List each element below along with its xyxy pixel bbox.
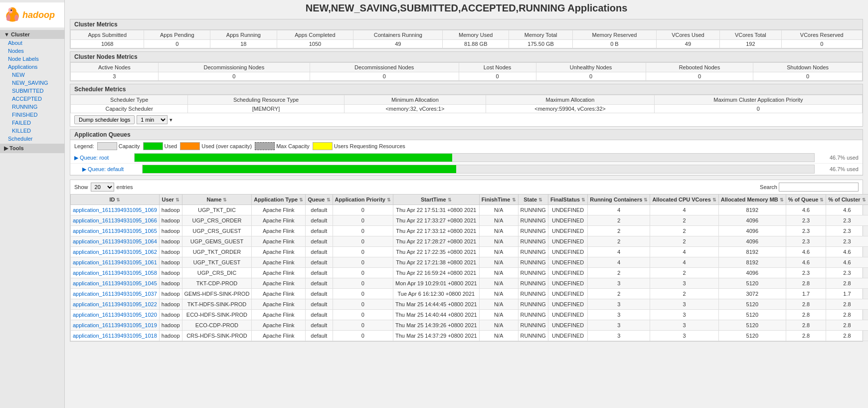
app-id-link[interactable]: application_1611394931095_1064 (73, 238, 157, 244)
th-finish-time[interactable]: FinishTime ⇅ (479, 195, 518, 205)
app-id-link[interactable]: application_1611394931095_1065 (73, 228, 157, 234)
app-id-link[interactable]: application_1611394931095_1058 (73, 270, 157, 276)
cell-running-containers: 3 (588, 278, 650, 289)
th-pct-cluster[interactable]: % of Cluster ⇅ (826, 195, 868, 205)
th-priority[interactable]: Application Priority ⇅ (333, 195, 393, 205)
queue-default-fill (143, 165, 456, 173)
cell-cpu-vcores: 2 (650, 226, 718, 236)
cluster-metrics-title: Cluster Metrics (70, 19, 863, 30)
th-running-containers[interactable]: Running Containers ⇅ (588, 195, 650, 205)
th-user[interactable]: User ⇅ (159, 195, 182, 205)
cell-finish-time: N/A (479, 331, 518, 341)
cell-pct-queue: 1.7 (786, 289, 826, 299)
cell-pct-cluster: 2.8 (826, 331, 868, 341)
col-decommissioned-nodes: Decommissioned Nodes (310, 63, 459, 72)
th-memory-mb[interactable]: Allocated Memory MB ⇅ (718, 195, 786, 205)
col-max-allocation: Maximum Allocation (486, 95, 655, 105)
sidebar-item-killed[interactable]: KILLED (0, 127, 64, 135)
cell-app-type: Apache Flink (252, 257, 306, 268)
legend-used-label: Used (165, 143, 177, 149)
sidebar-item-accepted[interactable]: ACCEPTED (0, 95, 64, 103)
app-id-link[interactable]: application_1611394931095_1022 (73, 301, 157, 307)
dump-logs-interval-select[interactable]: 1 min 5 min 10 min (137, 115, 168, 124)
cell-memory-mb: 5120 (718, 310, 786, 320)
cell-start-time: Thu Apr 22 17:33:27 +0800 2021 (393, 215, 480, 226)
cell-memory-mb: 4096 (718, 268, 786, 278)
show-entries-select[interactable]: 10 20 50 100 (91, 183, 114, 192)
cell-queue: default (306, 331, 333, 341)
app-id-link[interactable]: application_1611394931095_1061 (73, 259, 157, 265)
tools-section-header[interactable]: ▶ Tools (0, 144, 64, 153)
app-id-link[interactable]: application_1611394931095_1066 (73, 217, 157, 223)
tools-section: ▶ Tools (0, 144, 64, 153)
cell-start-time: Thu Apr 22 17:51:31 +0800 2021 (393, 205, 480, 215)
cluster-metrics-section: Cluster Metrics Apps Submitted Apps Pend… (70, 19, 863, 49)
app-id-link[interactable]: application_1611394931095_1018 (73, 333, 157, 339)
cell-start-time: Mon Apr 19 10:29:01 +0800 2021 (393, 278, 480, 289)
cell-priority: 0 (333, 226, 393, 236)
search-input[interactable] (779, 183, 859, 192)
cell-memory-mb: 5120 (718, 320, 786, 331)
th-cpu-vcores[interactable]: Allocated CPU VCores ⇅ (650, 195, 718, 205)
cell-finish-time: N/A (479, 310, 518, 320)
sidebar-item-failed[interactable]: FAILED (0, 119, 64, 127)
sidebar-item-scheduler[interactable]: Scheduler (0, 135, 64, 143)
app-id-link[interactable]: application_1611394931095_1045 (73, 280, 157, 286)
sidebar-item-about[interactable]: About (0, 39, 64, 47)
queue-root-name: Queue: root (80, 155, 109, 161)
cell-id: application_1611394931095_1062 (71, 247, 160, 257)
app-id-link[interactable]: application_1611394931095_1037 (73, 291, 157, 297)
sidebar-item-applications[interactable]: Applications (0, 63, 64, 71)
table-controls-right: Search (760, 183, 859, 192)
sidebar-item-running[interactable]: RUNNING (0, 103, 64, 111)
cell-running-containers: 4 (588, 257, 650, 268)
sidebar-item-finished[interactable]: FINISHED (0, 111, 64, 119)
cluster-section-header[interactable]: ▼ Cluster (0, 30, 64, 39)
th-name[interactable]: Name ⇅ (182, 195, 252, 205)
val-apps-completed: 1050 (277, 40, 353, 48)
th-pct-queue[interactable]: % of Queue ⇅ (786, 195, 826, 205)
cell-name: UGP_GEMS_GUEST (182, 236, 252, 247)
val-scheduler-type: Capacity Scheduler (71, 105, 188, 113)
cell-priority: 0 (333, 289, 393, 299)
table-row: application_1611394931095_1037 hadoop GE… (71, 289, 868, 299)
cell-user: hadoop (159, 289, 182, 299)
dump-logs-button[interactable]: Dump scheduler logs (74, 115, 135, 124)
cell-queue: default (306, 226, 333, 236)
sidebar-item-new[interactable]: NEW (0, 71, 64, 79)
th-final-status[interactable]: FinalStatus ⇅ (548, 195, 587, 205)
cell-final-status: UNDEFINED (548, 289, 587, 299)
sidebar-item-node-labels[interactable]: Node Labels (0, 55, 64, 63)
col-active-nodes: Active Nodes (71, 63, 159, 72)
cell-priority: 0 (333, 278, 393, 289)
table-row: application_1611394931095_1061 hadoop UG… (71, 257, 868, 268)
th-state[interactable]: State ⇅ (518, 195, 548, 205)
legend-used-over-box (180, 142, 200, 150)
sidebar-item-new-saving[interactable]: NEW_SAVING (0, 79, 64, 87)
app-id-link[interactable]: application_1611394931095_1069 (73, 207, 157, 213)
queue-default-label[interactable]: ▶ Queue: default (82, 166, 142, 173)
app-id-link[interactable]: application_1611394931095_1062 (73, 249, 157, 255)
sidebar-item-nodes[interactable]: Nodes (0, 47, 64, 55)
search-label: Search (760, 184, 777, 190)
col-memory-reserved: Memory Reserved (573, 30, 656, 40)
cell-priority: 0 (333, 247, 393, 257)
legend-capacity-item: Capacity (97, 142, 140, 150)
th-id[interactable]: ID ⇅ (71, 195, 160, 205)
cell-pct-cluster: 2.3 (826, 215, 868, 226)
th-queue[interactable]: Queue ⇅ (306, 195, 333, 205)
app-id-link[interactable]: application_1611394931095_1019 (73, 322, 157, 328)
app-id-link[interactable]: application_1611394931095_1020 (73, 312, 157, 318)
sidebar-item-submitted[interactable]: SUBMITTED (0, 87, 64, 95)
cell-priority: 0 (333, 268, 393, 278)
legend: Legend: Capacity Used Used (over capacit… (70, 140, 863, 152)
queue-root-label[interactable]: ▶ Queue: root (74, 155, 134, 161)
cell-state: RUNNING (518, 226, 548, 236)
th-app-type[interactable]: Application Type ⇅ (252, 195, 306, 205)
th-start-time[interactable]: StartTime ⇅ (393, 195, 480, 205)
cell-priority: 0 (333, 257, 393, 268)
val-memory-total: 175.50 GB (509, 40, 573, 48)
cell-cpu-vcores: 2 (650, 268, 718, 278)
cell-start-time: Thu Apr 22 16:59:24 +0800 2021 (393, 268, 480, 278)
queue-root-arrow: ▶ (74, 155, 78, 161)
